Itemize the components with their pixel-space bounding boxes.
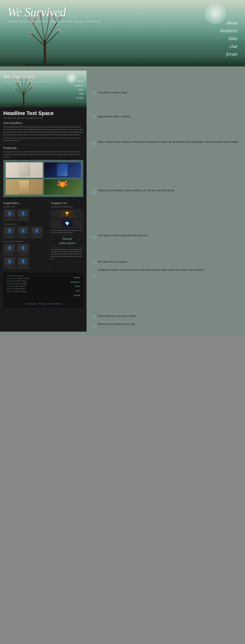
annotation-1: Full-width of header image [91,73,241,112]
body-text-2: Text text text text text text text text … [3,137,83,142]
support-text-3: Text text text text text text text text … [51,248,83,260]
journal-date: Journal Entry: Sun Jul 13, 2008, 4:01 PM [3,117,83,119]
annotation-text-2: Approximate width in practice. [98,115,131,118]
donate-text: Donatesubscription [51,235,83,247]
playing-row: Playing: content content [7,285,70,287]
thumb-paper [6,162,43,178]
headline: Headline Text Space [3,110,83,116]
header-subtitle: support for survivors of physical and se… [8,20,101,23]
comments-link[interactable]: 7 Comments [25,303,37,305]
footer-strip: Mood: content emote Listening to: conten… [3,272,83,299]
eating-row: Eating: content content [7,288,70,290]
nav-chat[interactable]: chat [220,42,237,50]
preview-wireframe: We Survived support for survivors of phy… [0,71,87,332]
footer-meta: Mood: content emote Listening to: conten… [7,275,70,297]
arrow-7b [91,324,96,329]
icon-box-3: 👤 :icon: :deviantdio: [3,226,16,238]
support-us: Support Us... Text text text text text t… [49,201,83,270]
annotation-text-1: Full-width of header image [98,91,127,94]
thumb-vintage [6,179,43,194]
arrow-6b [91,273,96,278]
arrow-3 [91,141,96,146]
annotation-5: CSS table to hold featured thumbs and ic… [91,212,241,255]
icon-box-8: 👤 :icon: :deviantdio: [3,257,16,269]
footer-bottom: 7 Comments | Previous Journal Entries [3,299,83,308]
mini-nav-links[interactable]: links [74,88,83,92]
supporters-left: Supporters... Volunteer staff, 👤 :icon: … [3,201,49,270]
arrow-7a [91,314,96,319]
footer-nav: about members links chat forum [70,275,80,297]
full-width-header: We Survived support for survivors of phy… [0,0,245,66]
svg-line-4 [45,31,59,45]
nav-about[interactable]: about [220,19,237,27]
preview-section: We Survived support for survivors of phy… [0,66,245,336]
donors-label: Donors & other supporters. [3,240,47,242]
mini-nav: about members links chat forum [74,79,83,100]
arrow-5 [91,235,96,240]
support-text-2: Text text text text text text text text … [51,230,83,234]
svg-point-40 [32,85,33,87]
features-text: Text text text text text text text text … [3,151,83,158]
journal-entries-link[interactable]: Previous Journal Entries [39,303,62,305]
features-heading: Features... [3,146,83,150]
icon-box-5: 👤 :icon: :deviantdio: [30,226,43,238]
supporters-title: Supporters... [3,201,47,205]
mini-nav-chat[interactable]: chat [74,92,83,96]
thumb-flower [44,179,81,194]
mini-nav-forum[interactable]: forum [74,96,83,100]
support-text-1: Text text text text text text text [51,206,83,208]
mini-header: We Survived support for survivors of phy… [0,71,87,107]
listening-row: Listening to: content content [7,277,70,280]
annotations-panel: Full-width of header image Approximate w… [87,71,245,332]
annotation-text-6: Mini table for icon featuresEmbedded sid… [98,260,204,272]
svg-point-41 [14,87,16,88]
svg-line-6 [45,16,50,42]
annotation-text-3: Menu should be text images on transparen… [98,140,238,144]
header-nav: about members links chat forum [220,19,237,58]
arrow-4 [91,190,96,195]
footer-nav-forum[interactable]: forum [70,293,80,298]
header-title: We Survived [8,5,66,19]
mini-site-title: We Survived [3,73,35,80]
footer-nav-chat[interactable]: chat [70,288,80,293]
drinking-row: Drinking: content content [7,290,70,292]
arrow-6a [91,260,96,265]
annotation-2: Approximate width in practice. [91,112,241,121]
watching-row: Watching: content content [7,282,70,285]
support-us-title: Support Us... [51,201,83,205]
subheadline: Sub-headline... [3,121,83,125]
arrow-2 [91,114,96,119]
svg-point-21 [34,25,35,26]
nav-links[interactable]: links [220,34,237,42]
thumb-planet [44,162,81,178]
svg-line-31 [24,86,33,95]
arrow-1 [91,90,96,95]
annotation-text-7: Redundant back up menu in footer.Mood an… [98,314,137,326]
icon-box-4: 👤 :icon: :deviantdio: [17,226,29,238]
icon-box-1: 👤 :icon: :deviantdio: [3,209,16,221]
svg-point-19 [30,32,32,34]
mini-nav-about[interactable]: about [74,79,83,84]
supporters-section: Supporters... Volunteer staff, 👤 :icon: … [3,199,83,272]
annotation-6: Mini table for icon featuresEmbedded sid… [91,255,241,278]
volunteer-label: Volunteer staff, [3,206,47,208]
footer-nav-links[interactable]: links [70,284,80,288]
support-thumb-2: 💎 [51,219,83,228]
annotation-text-4: Simple and uncluttered, clear headlines,… [98,189,175,192]
body-text-1: Text text text text text text text text … [3,126,83,136]
footer-nav-members[interactable]: members [70,280,80,284]
mini-subtitle: support for survivors of physical and se… [4,81,62,82]
support-thumb-1: 🏆 [51,209,83,218]
mini-nav-members[interactable]: members [74,84,83,88]
icon-box-7: 👤 :icon: :deviantdio: [17,244,29,256]
nav-members[interactable]: members [220,27,237,34]
svg-line-30 [15,88,24,96]
reading-row: Reading: content content [7,280,70,282]
content-block: Headline Text Space Journal Entry: Sun J… [0,107,87,309]
svg-point-18 [58,29,61,32]
annotation-7: Redundant back up menu in footer.Mood an… [91,278,241,329]
mood-row: Mood: content emote [7,275,70,277]
icon-box-2: 👤 :icon: :deviantdio: [17,209,29,221]
footer-nav-about[interactable]: about [70,275,80,280]
annotation-4: Simple and uncluttered, clear headlines,… [91,165,241,212]
